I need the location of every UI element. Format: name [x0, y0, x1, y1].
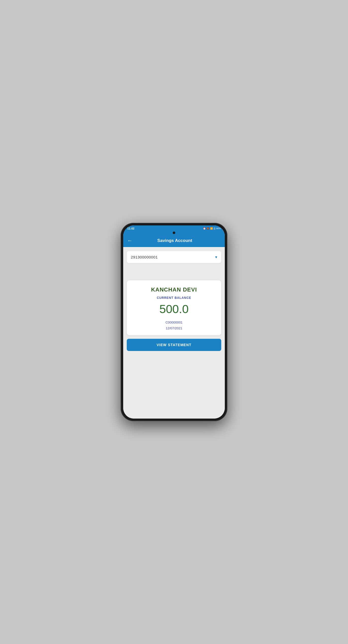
status-bar: 11:02 ⏰ 🔕 📶 ||| 90%: [123, 225, 225, 231]
wifi-icon: 📶: [210, 227, 213, 230]
balance-card: KANCHAN DEVI CURRENT BALANCE 500.0 C0000…: [127, 280, 221, 335]
phone-shell: 11:02 ⏰ 🔕 📶 ||| 90% ← Savings Account 29…: [121, 223, 227, 421]
spacer: [127, 267, 221, 277]
account-date: 12/07/2021: [166, 326, 182, 330]
status-time: 11:02: [127, 227, 134, 230]
view-statement-button[interactable]: VIEW STATEMENT: [127, 339, 221, 351]
account-holder-name: KANCHAN DEVI: [151, 286, 197, 293]
account-id: C00000001: [165, 320, 182, 324]
signal-icon: |||: [214, 227, 215, 230]
phone-screen: 11:02 ⏰ 🔕 📶 ||| 90% ← Savings Account 29…: [123, 225, 225, 419]
alarm-icon: ⏰: [203, 227, 206, 230]
status-icons: ⏰ 🔕 📶 ||| 90%: [203, 227, 221, 230]
chevron-down-icon: ▾: [215, 255, 217, 259]
bottom-spacer: [127, 355, 221, 415]
current-balance-label: CURRENT BALANCE: [157, 296, 191, 300]
page-title: Savings Account: [136, 238, 213, 243]
account-selector-dropdown[interactable]: 291300000001 ▾: [127, 251, 221, 263]
app-header: ← Savings Account: [123, 235, 225, 247]
camera-dot: [173, 232, 175, 234]
balance-amount: 500.0: [159, 302, 188, 316]
notch-area: [123, 231, 225, 235]
mute-icon: 🔕: [207, 227, 209, 230]
content-area: 291300000001 ▾ KANCHAN DEVI CURRENT BALA…: [123, 247, 225, 419]
account-number-text: 291300000001: [131, 255, 158, 259]
battery-level: 90%: [216, 227, 221, 230]
back-button[interactable]: ←: [127, 238, 132, 243]
